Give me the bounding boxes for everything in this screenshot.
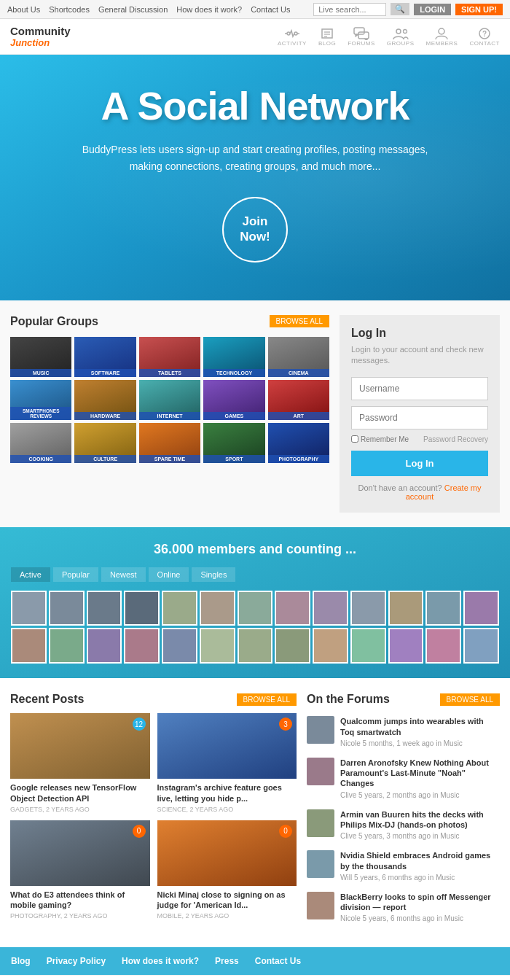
group-item-cinema[interactable]: CINEMA [268, 337, 329, 377]
group-item-technology[interactable]: TECHNOLOGY [203, 337, 264, 377]
member-avatar[interactable] [124, 591, 160, 626]
tab-online[interactable]: Online [149, 567, 189, 582]
recent-posts-header: Recent Posts BROWSE ALL [10, 693, 297, 706]
groups-browse-all[interactable]: BROWSE ALL [270, 315, 329, 327]
group-label-photography: PHOTOGRAPHY [268, 455, 329, 463]
forums-browse-all[interactable]: BROWSE ALL [440, 693, 500, 706]
member-avatar[interactable] [49, 591, 85, 626]
member-avatar[interactable] [124, 628, 160, 664]
group-item-hardware[interactable]: HARDWARE [74, 380, 136, 420]
member-avatar[interactable] [238, 591, 273, 626]
contact-icon-nav[interactable]: ? CONTACT [469, 27, 500, 47]
nav-contact[interactable]: Contact Us [251, 5, 290, 14]
member-avatar[interactable] [313, 591, 348, 626]
forum-item-3[interactable]: Nvidia Shield embraces Android games by … [307, 850, 500, 882]
forums-icon-nav[interactable]: FORUMS [348, 27, 375, 47]
group-item-culture[interactable]: CULTURE [74, 423, 136, 463]
join-now-button[interactable]: Join Now! [222, 197, 288, 262]
members-icon-nav[interactable]: MEMBERS [425, 27, 458, 47]
remember-me-checkbox[interactable] [351, 435, 358, 443]
popular-groups-panel: Popular Groups BROWSE ALL MUSIC SOFTWARE… [10, 315, 329, 513]
login-submit-button[interactable]: Log In [351, 451, 488, 476]
forum-content-1: Darren Aronofsky Knew Nothing About Para… [340, 758, 500, 799]
blog-icon-nav[interactable]: BLOG [318, 27, 336, 47]
member-avatar[interactable] [200, 628, 235, 664]
footer-blog-link[interactable]: Blog [11, 956, 31, 966]
member-avatar[interactable] [49, 628, 85, 664]
tab-popular[interactable]: Popular [53, 567, 98, 582]
group-label-internet: INTERNET [139, 412, 200, 420]
member-avatar[interactable] [463, 591, 499, 626]
footer-how-link[interactable]: How does it work? [122, 956, 199, 966]
group-item-software[interactable]: SOFTWARE [74, 337, 136, 377]
search-button[interactable]: 🔍 [391, 3, 409, 15]
member-avatar[interactable] [200, 591, 235, 626]
forum-item-4[interactable]: BlackBerry looks to spin off Messenger d… [307, 892, 500, 923]
group-item-smartphones[interactable]: SMARTPHONES REVIEWS [10, 380, 71, 420]
group-item-art[interactable]: ART [268, 380, 329, 420]
footer-contact-link[interactable]: Contact Us [255, 956, 301, 966]
group-item-sport[interactable]: SPORT [203, 423, 264, 463]
member-avatar[interactable] [275, 628, 310, 664]
member-avatar[interactable] [313, 628, 348, 664]
post-thumb-0: 12 [10, 713, 150, 779]
activity-icon-nav[interactable]: ACTIVITY [278, 27, 307, 47]
member-avatar[interactable] [275, 591, 310, 626]
tab-singles[interactable]: Singles [192, 567, 235, 582]
logo-top: Community [10, 25, 71, 37]
forums-title: On the Forums [307, 693, 390, 706]
group-item-music[interactable]: MUSIC [10, 337, 71, 377]
logo-bottom: Junction [10, 37, 71, 48]
member-avatar[interactable] [162, 628, 197, 664]
post-item-1[interactable]: 3 Instagram's archive feature goes live,… [157, 713, 297, 813]
forum-item-1[interactable]: Darren Aronofsky Knew Nothing About Para… [307, 758, 500, 799]
search-input[interactable] [313, 3, 386, 16]
groups-icon-nav[interactable]: GROUPS [387, 27, 415, 47]
site-logo[interactable]: Community Junction [10, 25, 71, 48]
forum-item-0[interactable]: Qualcomm jumps into wearables with Toq s… [307, 716, 500, 747]
signup-top-button[interactable]: SIGN UP! [455, 4, 503, 15]
member-avatar[interactable] [87, 591, 122, 626]
member-avatar[interactable] [238, 628, 273, 664]
posts-browse-all[interactable]: BROWSE ALL [237, 693, 297, 706]
post-thumb-3: 0 [157, 820, 297, 886]
member-avatar[interactable] [11, 628, 47, 664]
tab-active[interactable]: Active [11, 567, 50, 582]
tab-newest[interactable]: Newest [101, 567, 146, 582]
forum-item-2[interactable]: Armin van Buuren hits the decks with Phi… [307, 809, 500, 841]
member-avatar[interactable] [463, 628, 499, 664]
member-avatar[interactable] [11, 591, 47, 626]
post-item-2[interactable]: 0 What do E3 attendees think of mobile g… [10, 820, 150, 920]
nav-about[interactable]: About Us [7, 5, 40, 14]
member-avatar[interactable] [425, 628, 461, 664]
nav-shortcodes[interactable]: Shortcodes [49, 5, 90, 14]
nav-general[interactable]: General Discussion [98, 5, 168, 14]
group-label-technology: TECHNOLOGY [203, 369, 264, 377]
footer-privacy-link[interactable]: Privacy Policy [47, 956, 106, 966]
login-top-button[interactable]: LOGIN [414, 4, 451, 15]
member-avatar[interactable] [350, 591, 386, 626]
member-avatar[interactable] [162, 591, 197, 626]
group-item-games[interactable]: GAMES [203, 380, 264, 420]
top-nav-right: 🔍 LOGIN SIGN UP! [313, 3, 503, 16]
password-recovery-link[interactable]: Password Recovery [423, 435, 488, 443]
password-field[interactable] [351, 406, 488, 429]
svg-rect-8 [358, 32, 369, 39]
username-field[interactable] [351, 377, 488, 400]
group-item-spare[interactable]: SPARE TIME [139, 423, 200, 463]
group-item-internet[interactable]: INTERNET [139, 380, 200, 420]
footer-press-link[interactable]: Press [215, 956, 239, 966]
group-item-cooking[interactable]: COOKING [10, 423, 71, 463]
remember-me-label[interactable]: Remember Me [351, 435, 409, 443]
nav-how[interactable]: How does it work? [176, 5, 242, 14]
member-avatar[interactable] [388, 591, 424, 626]
group-item-tablets[interactable]: TABLETS [139, 337, 200, 377]
member-avatar[interactable] [87, 628, 122, 664]
post-item-0[interactable]: 12 Google releases new TensorFlow Object… [10, 713, 150, 813]
group-item-photography[interactable]: PHOTOGRAPHY [268, 423, 329, 463]
post-item-3[interactable]: 0 Nicki Minaj close to signing on as jud… [157, 820, 297, 920]
bottom-content: Recent Posts BROWSE ALL 12 Google releas… [0, 678, 510, 947]
member-avatar[interactable] [388, 628, 424, 664]
member-avatar[interactable] [350, 628, 386, 664]
member-avatar[interactable] [425, 591, 461, 626]
